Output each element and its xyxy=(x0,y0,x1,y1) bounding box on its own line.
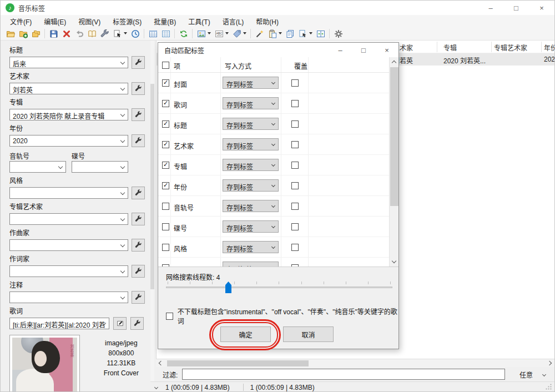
field-combo-album-artist[interactable] xyxy=(9,213,128,225)
dialog-titlebar[interactable]: 自动匹配标签 – □ × xyxy=(158,43,398,57)
book-icon[interactable] xyxy=(86,28,98,39)
dialog-close-button[interactable]: × xyxy=(375,46,398,54)
ocr-text-dropdown-icon[interactable] xyxy=(225,32,229,36)
horizontal-scrollbar[interactable] xyxy=(156,359,554,367)
overwrite-checkbox-year[interactable] xyxy=(291,182,299,189)
wrench-button[interactable] xyxy=(132,291,145,304)
chevron-down-icon[interactable] xyxy=(120,269,125,273)
wrench-button[interactable] xyxy=(130,317,144,330)
filter-input[interactable] xyxy=(182,369,505,380)
chevron-down-icon[interactable] xyxy=(271,142,275,146)
album-cover-image[interactable]: 刘若英 xyxy=(9,335,80,392)
tag-dropdown-icon[interactable] xyxy=(243,32,247,36)
overwrite-checkbox-lyrics[interactable] xyxy=(291,100,299,107)
dialog-maximize-button[interactable]: □ xyxy=(352,46,375,54)
minimize-button[interactable]: – xyxy=(478,1,503,15)
wrench-button[interactable] xyxy=(132,187,145,199)
menu-item-5[interactable]: 批量(B) xyxy=(148,15,182,28)
save-icon[interactable] xyxy=(48,28,59,39)
close-button[interactable]: × xyxy=(529,1,554,15)
skip-keywords-checkbox[interactable] xyxy=(166,313,173,320)
filter-scope-dropdown[interactable]: 任意 xyxy=(519,370,533,379)
chevron-down-icon[interactable] xyxy=(120,190,125,195)
field-combo-comment[interactable] xyxy=(9,292,128,303)
overwrite-all-checkbox[interactable] xyxy=(162,62,169,69)
dialog-minimize-button[interactable]: – xyxy=(329,46,352,54)
wrench-button[interactable] xyxy=(132,134,145,147)
column-header-year[interactable]: 年份 xyxy=(544,43,555,52)
overwrite-checkbox-genre[interactable] xyxy=(291,244,299,251)
item-checkbox-artist[interactable] xyxy=(162,141,169,148)
dialog-list-scrollbar[interactable] xyxy=(389,57,398,267)
wrench-button[interactable] xyxy=(132,239,145,252)
chevron-down-icon[interactable] xyxy=(271,183,275,187)
wrench-icon[interactable] xyxy=(99,28,110,39)
field-combo-title[interactable]: 后来 xyxy=(9,57,128,68)
item-checkbox-lyrics[interactable] xyxy=(162,100,169,107)
field-combo-artist[interactable]: 刘若英 xyxy=(9,83,128,94)
wrench-button[interactable] xyxy=(132,265,145,278)
paste-tags-dropdown-icon[interactable] xyxy=(279,32,282,36)
paste-tags-icon[interactable] xyxy=(266,28,278,39)
chevron-down-icon[interactable] xyxy=(271,101,275,105)
menu-item-6[interactable]: 工具(T) xyxy=(182,15,216,28)
overwrite-checkbox-disc[interactable] xyxy=(291,223,299,230)
split-view-icon[interactable] xyxy=(315,28,326,39)
field-combo-lyricist[interactable] xyxy=(9,265,128,277)
field-combo-genre[interactable] xyxy=(9,187,128,199)
write-mode-dropdown-genre[interactable]: 存到标签 xyxy=(223,241,279,253)
wrench-button[interactable] xyxy=(132,82,145,95)
scrollbar-thumb[interactable] xyxy=(150,84,154,289)
chevron-down-icon[interactable] xyxy=(120,164,125,169)
overwrite-checkbox-track[interactable] xyxy=(291,203,299,210)
undo-icon[interactable] xyxy=(73,28,85,39)
chevron-down-icon[interactable] xyxy=(271,122,275,125)
lyrics-combo[interactable]: [ti:后来][ar:刘若英][al:2020 刘若 xyxy=(9,318,109,329)
column-header-album-artist[interactable]: 专辑艺术家 xyxy=(494,43,527,52)
refresh-icon[interactable] xyxy=(178,28,189,39)
open-folder-icon[interactable] xyxy=(4,28,16,39)
chevron-down-icon[interactable] xyxy=(120,86,125,91)
tag-icon[interactable] xyxy=(231,28,243,39)
item-checkbox-year[interactable] xyxy=(162,182,169,189)
scroll-down-icon[interactable] xyxy=(392,259,396,263)
delete-icon[interactable] xyxy=(60,28,72,39)
chevron-down-icon[interactable] xyxy=(120,295,125,299)
status-chevron-icon[interactable] xyxy=(154,385,158,389)
chevron-down-icon[interactable] xyxy=(120,243,125,247)
edit-lyrics-button[interactable] xyxy=(113,317,127,330)
wrench-button[interactable] xyxy=(132,56,145,69)
write-mode-dropdown-album[interactable]: 存到标签 xyxy=(223,159,279,171)
write-mode-dropdown-disc[interactable]: 存到标签 xyxy=(223,220,279,233)
item-checkbox-genre[interactable] xyxy=(162,244,169,251)
chevron-down-icon[interactable] xyxy=(271,245,275,249)
overwrite-checkbox-artist[interactable] xyxy=(291,141,299,148)
copy-folder-icon[interactable] xyxy=(30,28,42,39)
field-combo-composer[interactable] xyxy=(9,239,128,251)
magic-wand-icon[interactable] xyxy=(254,28,265,39)
overwrite-checkbox-album[interactable] xyxy=(291,162,299,169)
wrench-button[interactable] xyxy=(132,108,145,121)
item-checkbox-disc[interactable] xyxy=(162,223,169,230)
cover-art-icon[interactable] xyxy=(195,28,207,39)
doc-match-dropdown-icon[interactable] xyxy=(309,32,313,36)
maximize-button[interactable]: □ xyxy=(503,1,529,15)
settings-gear-icon[interactable] xyxy=(332,28,344,39)
cover-art-dropdown-icon[interactable] xyxy=(208,32,211,36)
write-mode-dropdown-track[interactable]: 存到标签 xyxy=(223,200,279,212)
chevron-down-icon[interactable] xyxy=(120,112,125,117)
menu-item-7[interactable]: 语言(L) xyxy=(216,15,250,28)
resize-grip[interactable] xyxy=(545,383,552,392)
history-icon[interactable] xyxy=(129,28,141,39)
write-mode-dropdown-artist[interactable]: 存到标签 xyxy=(223,138,279,150)
menu-item-1[interactable]: 文件(F) xyxy=(4,15,38,28)
chevron-down-icon[interactable] xyxy=(58,164,63,169)
copy-tags-icon[interactable] xyxy=(284,28,296,39)
write-mode-dropdown-cover[interactable]: 存到标签 xyxy=(223,77,279,89)
ocr-text-icon[interactable]: ABC xyxy=(213,28,225,39)
thread-slider-track[interactable] xyxy=(166,287,392,288)
overwrite-checkbox-title[interactable] xyxy=(291,120,299,128)
chevron-down-icon[interactable] xyxy=(120,217,125,221)
field-combo-year[interactable]: 2020 xyxy=(9,135,128,147)
chevron-down-icon[interactable] xyxy=(542,372,546,376)
